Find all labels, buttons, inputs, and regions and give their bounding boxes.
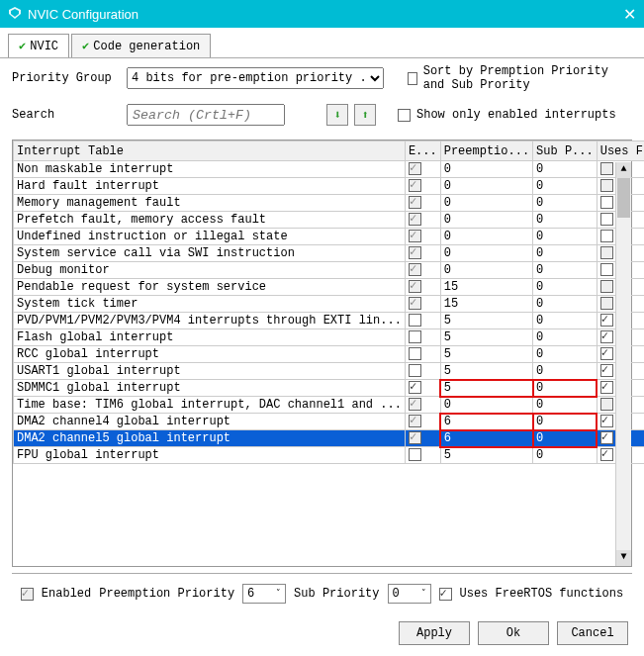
freertos-checkbox[interactable] bbox=[600, 381, 613, 394]
sub-cell[interactable]: 0 bbox=[533, 262, 598, 279]
freertos-checkbox[interactable] bbox=[600, 330, 613, 343]
cancel-button[interactable]: Cancel bbox=[557, 621, 628, 645]
preempt-cell[interactable]: 15 bbox=[440, 296, 532, 313]
enabled-checkbox[interactable] bbox=[409, 381, 421, 394]
sub-cell[interactable]: 0 bbox=[533, 346, 598, 363]
enabled-checkbox[interactable] bbox=[409, 314, 421, 327]
sub-cell[interactable]: 0 bbox=[533, 430, 598, 447]
table-row[interactable]: System service call via SWI instruction0… bbox=[14, 245, 645, 262]
preempt-cell[interactable]: 5 bbox=[440, 329, 532, 346]
col-preempt[interactable]: Preemptio... bbox=[440, 141, 532, 161]
table-row[interactable]: SDMMC1 global interrupt50 bbox=[14, 380, 645, 397]
enabled-cell[interactable] bbox=[405, 212, 440, 229]
close-icon[interactable]: ✕ bbox=[623, 5, 636, 24]
enabled-checkbox[interactable] bbox=[409, 347, 421, 360]
sub-cell[interactable]: 0 bbox=[533, 380, 598, 397]
scrollbar[interactable]: ▲ ▼ bbox=[615, 162, 631, 566]
enabled-cell[interactable] bbox=[405, 346, 440, 363]
table-row[interactable]: Non maskable interrupt00 bbox=[14, 161, 645, 178]
sub-cell[interactable]: 0 bbox=[533, 296, 598, 313]
table-row[interactable]: Undefined instruction or illegal state00 bbox=[14, 229, 645, 245]
sub-cell[interactable]: 0 bbox=[533, 212, 598, 229]
sub-cell[interactable]: 0 bbox=[533, 414, 598, 430]
preempt-cell[interactable]: 6 bbox=[440, 414, 532, 430]
preempt-cell[interactable]: 0 bbox=[440, 229, 532, 245]
table-row[interactable]: Time base: TIM6 global interrupt, DAC ch… bbox=[14, 397, 645, 414]
preempt-cell[interactable]: 0 bbox=[440, 161, 532, 178]
table-row[interactable]: PVD/PVM1/PVM2/PVM3/PVM4 interrupts throu… bbox=[14, 313, 645, 329]
sub-cell[interactable]: 0 bbox=[533, 245, 598, 262]
enabled-cell[interactable] bbox=[405, 245, 440, 262]
tab-nvic[interactable]: ✔ NVIC bbox=[8, 34, 69, 57]
preempt-cell[interactable]: 15 bbox=[440, 279, 532, 296]
enabled-cell[interactable] bbox=[405, 313, 440, 329]
apply-button[interactable]: Apply bbox=[399, 621, 470, 645]
preempt-cell[interactable]: 0 bbox=[440, 195, 532, 212]
enabled-checkbox[interactable] bbox=[409, 330, 421, 343]
enabled-cell[interactable] bbox=[405, 195, 440, 212]
enabled-cell[interactable] bbox=[405, 397, 440, 414]
freertos-checkbox[interactable] bbox=[600, 448, 613, 461]
preempt-cell[interactable]: 0 bbox=[440, 245, 532, 262]
freertos-checkbox[interactable] bbox=[600, 347, 613, 360]
scroll-thumb[interactable] bbox=[617, 178, 630, 218]
preempt-cell[interactable]: 5 bbox=[440, 447, 532, 464]
sub-cell[interactable]: 0 bbox=[533, 161, 598, 178]
freertos-checkbox[interactable] bbox=[600, 196, 613, 209]
sort-checkbox[interactable] bbox=[408, 72, 417, 85]
sub-cell[interactable]: 0 bbox=[533, 195, 598, 212]
table-row[interactable]: DMA2 channel5 global interrupt60 bbox=[14, 430, 645, 447]
scroll-down-icon[interactable]: ▼ bbox=[616, 550, 631, 566]
table-row[interactable]: Flash global interrupt50 bbox=[14, 329, 645, 346]
col-sub[interactable]: Sub P... bbox=[533, 141, 598, 161]
table-row[interactable]: Memory management fault00 bbox=[14, 195, 645, 212]
sub-cell[interactable]: 0 bbox=[533, 313, 598, 329]
table-row[interactable]: FPU global interrupt50 bbox=[14, 447, 645, 464]
search-prev-button[interactable]: ⬆ bbox=[354, 104, 376, 126]
detail-sub-spin[interactable]: 0˅ bbox=[388, 584, 431, 604]
freertos-checkbox[interactable] bbox=[600, 415, 613, 427]
preempt-cell[interactable]: 6 bbox=[440, 430, 532, 447]
preempt-cell[interactable]: 5 bbox=[440, 346, 532, 363]
enabled-cell[interactable] bbox=[405, 414, 440, 430]
sub-cell[interactable]: 0 bbox=[533, 397, 598, 414]
table-row[interactable]: DMA2 channel4 global interrupt60 bbox=[14, 414, 645, 430]
enabled-checkbox[interactable] bbox=[409, 364, 421, 377]
preempt-cell[interactable]: 0 bbox=[440, 212, 532, 229]
sub-cell[interactable]: 0 bbox=[533, 363, 598, 380]
enabled-cell[interactable] bbox=[405, 380, 440, 397]
freertos-checkbox[interactable] bbox=[600, 314, 613, 327]
tab-code-generation[interactable]: ✔ Code generation bbox=[71, 34, 211, 57]
search-input[interactable] bbox=[127, 104, 285, 126]
preempt-cell[interactable]: 0 bbox=[440, 262, 532, 279]
sub-cell[interactable]: 0 bbox=[533, 447, 598, 464]
preempt-cell[interactable]: 0 bbox=[440, 397, 532, 414]
search-next-button[interactable]: ⬇ bbox=[326, 104, 348, 126]
detail-freertos-checkbox[interactable] bbox=[439, 588, 452, 601]
col-freertos[interactable]: Uses FreeRT... bbox=[597, 141, 644, 161]
show-enabled-checkbox[interactable] bbox=[398, 109, 411, 122]
freertos-checkbox[interactable] bbox=[600, 213, 613, 226]
enabled-cell[interactable] bbox=[405, 262, 440, 279]
enabled-cell[interactable] bbox=[405, 447, 440, 464]
freertos-checkbox[interactable] bbox=[600, 230, 613, 242]
enabled-cell[interactable] bbox=[405, 229, 440, 245]
enabled-cell[interactable] bbox=[405, 363, 440, 380]
enabled-cell[interactable] bbox=[405, 296, 440, 313]
table-row[interactable]: Prefetch fault, memory access fault00 bbox=[14, 212, 645, 229]
scroll-up-icon[interactable]: ▲ bbox=[616, 162, 631, 178]
table-row[interactable]: Pendable request for system service150 bbox=[14, 279, 645, 296]
preempt-cell[interactable]: 5 bbox=[440, 380, 532, 397]
priority-group-select[interactable]: 4 bits for pre-emption priority ... bbox=[127, 67, 384, 89]
enabled-cell[interactable] bbox=[405, 430, 440, 447]
table-row[interactable]: RCC global interrupt50 bbox=[14, 346, 645, 363]
sub-cell[interactable]: 0 bbox=[533, 329, 598, 346]
enabled-cell[interactable] bbox=[405, 161, 440, 178]
table-row[interactable]: USART1 global interrupt50 bbox=[14, 363, 645, 380]
enabled-cell[interactable] bbox=[405, 329, 440, 346]
freertos-checkbox[interactable] bbox=[600, 364, 613, 377]
sub-cell[interactable]: 0 bbox=[533, 279, 598, 296]
detail-pre-spin[interactable]: 6˅ bbox=[242, 584, 286, 604]
enabled-checkbox[interactable] bbox=[409, 448, 421, 461]
preempt-cell[interactable]: 5 bbox=[440, 363, 532, 380]
